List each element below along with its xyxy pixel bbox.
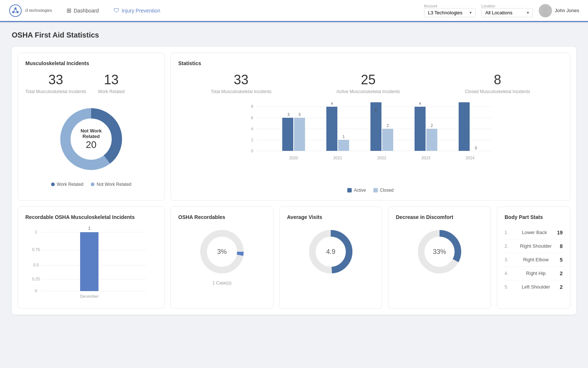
bp-name-3: Right Elbow [512, 257, 560, 262]
svg-text:6: 6 [251, 116, 253, 120]
svg-line-5 [15, 8, 18, 12]
dashboard-icon: ⊞ [67, 7, 71, 14]
bp-count-4: 2 [560, 270, 563, 276]
stats-closed: 8 Closed Musculoskeletal Incidents [465, 72, 530, 95]
nav-dashboard-label: Dashboard [74, 8, 99, 14]
svg-text:2: 2 [387, 124, 389, 128]
bp-count-1: 19 [557, 230, 563, 236]
osha-recordables-title: OSHA Recordables [178, 214, 266, 220]
musculo-card-title: Musculoskeletal Incidents [25, 60, 157, 66]
average-visits-card: Average Visits 4.9 [279, 206, 382, 309]
discomfort-title: Decrease in Discomfort [396, 214, 483, 220]
legend-not-work-related: Not Work Related [91, 182, 131, 187]
body-part-list: 1. Lower Back 19 2. Right Shoulder 8 3. … [505, 226, 563, 294]
svg-text:8: 8 [251, 104, 253, 109]
legend-closed: Closed [373, 188, 394, 193]
stats-total: 33 Total Musculoskeletal Incidents [211, 72, 271, 95]
stats-total-number: 33 [211, 72, 271, 88]
svg-text:1: 1 [88, 226, 90, 230]
legend-active: Active [347, 188, 366, 193]
bar-2024-active [459, 102, 470, 151]
bar-2021-closed [338, 140, 349, 151]
bar-2023-closed [426, 129, 437, 151]
header-right: Account L3 Technologies ▼ Location All L… [424, 4, 580, 17]
svg-point-0 [10, 5, 21, 17]
work-related-number: 13 [98, 72, 124, 88]
logo-icon [9, 4, 22, 17]
closed-legend-label: Closed [380, 188, 394, 193]
donut-legend: Work Related Not Work Related [51, 182, 132, 187]
nav-injury-label: Injury Prevention [122, 8, 160, 14]
bar-chart-container: 8 6 4 2 0 [178, 102, 563, 185]
svg-text:3: 3 [298, 113, 301, 117]
recordable-bar-chart: 1 0.75 0.5 0.25 0 1 December [25, 226, 157, 300]
shield-icon: 🛡 [114, 7, 119, 14]
svg-text:2022: 2022 [377, 156, 386, 160]
svg-text:3: 3 [287, 113, 290, 117]
bp-count-5: 2 [560, 284, 563, 290]
svg-text:0: 0 [475, 146, 477, 150]
svg-text:2: 2 [251, 138, 253, 142]
page-content: OSHA First Aid Statistics Musculoskeleta… [0, 22, 588, 323]
bp-rank-3: 3. [505, 257, 512, 262]
nav-injury-prevention[interactable]: 🛡 Injury Prevention [111, 6, 163, 15]
account-section: Account L3 Technologies ▼ [424, 4, 476, 17]
body-part-title: Body Part Stats [505, 214, 563, 220]
svg-text:2020: 2020 [289, 156, 298, 160]
stats-active-number: 25 [337, 72, 400, 88]
svg-text:2021: 2021 [333, 156, 342, 160]
logo-text: i3 technologies [25, 8, 52, 13]
donut-center-number: 20 [73, 139, 110, 150]
nav: ⊞ Dashboard 🛡 Injury Prevention [64, 6, 424, 15]
location-select[interactable]: All Locations [481, 8, 533, 17]
discomfort-donut-area: 33% [396, 226, 483, 277]
recordable-card: Recordable OSHA Musculoskeletal Incident… [18, 206, 165, 309]
stats-closed-number: 8 [465, 72, 530, 88]
avatar-icon [539, 4, 552, 17]
discomfort-donut: 33% [414, 226, 465, 277]
top-row: Musculoskeletal Incidents 33 Total Muscu… [18, 53, 570, 201]
bp-name-5: Left Shoulder [512, 284, 560, 290]
svg-text:1: 1 [35, 230, 37, 234]
svg-text:2023: 2023 [422, 156, 430, 160]
svg-text:0.75: 0.75 [32, 247, 40, 252]
bottom-row: Recordable OSHA Musculoskeletal Incident… [18, 206, 570, 309]
musculo-card: Musculoskeletal Incidents 33 Total Muscu… [18, 53, 165, 201]
avg-visits-donut-area: 4.9 [287, 226, 374, 277]
donut-center: Not Work Related 20 [73, 128, 110, 150]
page-title: OSHA First Aid Statistics [12, 31, 576, 39]
osha-donut-area: 3% 1 Case(s) [178, 226, 266, 286]
average-visits-title: Average Visits [287, 214, 374, 220]
body-part-item-3: 3. Right Elbow 5 [505, 253, 563, 267]
svg-text:0.5: 0.5 [33, 263, 39, 267]
bp-name-4: Right Hip [512, 270, 560, 276]
location-select-wrapper: All Locations ▼ [481, 8, 533, 17]
svg-text:4: 4 [331, 102, 333, 106]
total-incidents-stat: 33 Total Musculoskeletal Incidents [25, 72, 86, 95]
active-legend-label: Active [354, 188, 366, 193]
bar-2023-active [415, 107, 426, 151]
osha-recordables-card: OSHA Recordables 3% 1 Case(s) [171, 206, 273, 309]
account-label: Account [424, 4, 476, 8]
svg-text:0: 0 [251, 149, 253, 153]
user-area: John Jones [539, 4, 580, 17]
closed-legend-rect [373, 188, 378, 192]
work-related-label: Work Related [98, 89, 124, 95]
svg-point-8 [541, 13, 550, 17]
bar-2020-active [282, 118, 293, 151]
nav-dashboard[interactable]: ⊞ Dashboard [64, 6, 102, 15]
legend-work-label: Work Related [57, 182, 83, 187]
account-select[interactable]: L3 Technologies [424, 8, 476, 17]
december-bar [80, 232, 98, 291]
legend-work-related: Work Related [51, 182, 83, 187]
osha-donut: 3% [196, 226, 248, 277]
header: i3 technologies ⊞ Dashboard 🛡 Injury Pre… [0, 0, 588, 22]
bp-rank-4: 4. [505, 271, 512, 276]
bar-legend: Active Closed [178, 188, 563, 193]
donut-center-label: Not Work Related [73, 128, 110, 139]
svg-text:4: 4 [419, 102, 421, 106]
bp-count-2: 8 [560, 243, 563, 249]
avg-visits-center: 4.9 [326, 248, 335, 255]
body-part-item-1: 1. Lower Back 19 [505, 226, 563, 240]
osha-donut-center: 3% [217, 248, 227, 255]
